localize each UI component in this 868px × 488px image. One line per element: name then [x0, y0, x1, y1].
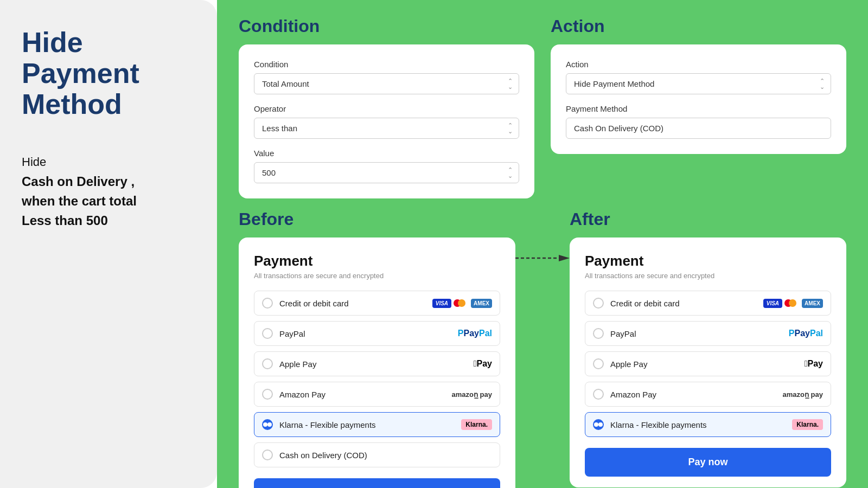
- before-option-credit[interactable]: Credit or debit card VISA AMEX: [254, 291, 500, 316]
- condition-title: Condition: [239, 16, 534, 36]
- after-option-applepay-name: Apple Pay: [610, 359, 805, 369]
- operator-label: Operator: [254, 104, 519, 113]
- after-radio-credit: [593, 298, 604, 309]
- action-section: Action Action Hide Payment Method Paymen…: [551, 16, 846, 198]
- after-option-amazonpay-name: Amazon Pay: [610, 390, 783, 399]
- after-option-klarna-name: Klarna - Flexible payments: [610, 420, 792, 429]
- after-klarna-icon: Klarna.: [792, 419, 823, 430]
- before-after-wrapper: Before Payment All transactions are secu…: [239, 209, 846, 488]
- after-klarna-logo: Klarna.: [792, 419, 823, 430]
- after-amazonpay-logo: amazon̲ pay: [783, 390, 823, 399]
- before-paypal-logo: PPayPal: [458, 329, 492, 338]
- after-mastercard-icon: [784, 298, 800, 308]
- right-panel: Condition Condition Total Amount Operato…: [217, 0, 868, 488]
- after-radio-amazonpay: [593, 389, 604, 400]
- after-option-paypal[interactable]: PayPal PPayPal: [585, 321, 831, 346]
- applepay-icon: Pay: [474, 359, 492, 369]
- action-select[interactable]: Hide Payment Method: [566, 73, 831, 94]
- after-radio-klarna: [593, 419, 604, 430]
- after-visa-icon: VISA: [763, 299, 782, 308]
- after-paypal-icon: PPayPal: [789, 329, 823, 338]
- before-radio-credit: [262, 298, 273, 309]
- after-option-amazonpay[interactable]: Amazon Pay amazon̲ pay: [585, 382, 831, 407]
- before-radio-klarna: [262, 419, 273, 430]
- before-radio-cod: [262, 450, 273, 460]
- before-option-applepay[interactable]: Apple Pay Pay: [254, 351, 500, 376]
- after-option-klarna[interactable]: Klarna - Flexible payments Klarna.: [585, 412, 831, 437]
- condition-select-wrapper[interactable]: Total Amount: [254, 73, 519, 94]
- before-payment-title: Payment: [254, 253, 500, 269]
- before-amazonpay-logo: amazon̲ pay: [452, 390, 492, 399]
- description: Hide Cash on Delivery , when the cart to…: [22, 153, 195, 230]
- before-option-cod[interactable]: Cash on Delivery (COD): [254, 442, 500, 467]
- action-select-wrapper[interactable]: Hide Payment Method: [566, 73, 831, 94]
- before-title: Before: [239, 209, 515, 229]
- after-option-credit[interactable]: Credit or debit card VISA AMEX: [585, 291, 831, 316]
- visa-icon: VISA: [432, 299, 451, 308]
- before-option-amazonpay[interactable]: Amazon Pay amazon̲ pay: [254, 382, 500, 407]
- after-applepay-icon: Pay: [805, 359, 823, 369]
- value-select[interactable]: 500: [254, 162, 519, 183]
- after-payment-subtitle: All transactions are secure and encrypte…: [585, 272, 831, 280]
- after-amazonpay-icon: amazon̲ pay: [783, 390, 823, 399]
- before-radio-applepay: [262, 358, 273, 369]
- before-applepay-logo: Pay: [474, 359, 492, 369]
- after-radio-paypal: [593, 328, 604, 339]
- condition-card: Condition Total Amount Operator Less tha…: [239, 44, 534, 198]
- after-amex-icon: AMEX: [802, 299, 823, 308]
- condition-select[interactable]: Total Amount: [254, 73, 519, 94]
- before-radio-paypal: [262, 328, 273, 339]
- after-paypal-logo: PPayPal: [789, 329, 823, 338]
- svg-marker-1: [559, 255, 570, 261]
- before-credit-logos: VISA AMEX: [432, 298, 492, 308]
- before-option-paypal[interactable]: PayPal PPayPal: [254, 321, 500, 346]
- value-select-wrapper[interactable]: 500: [254, 162, 519, 183]
- after-pay-now-button[interactable]: Pay now: [585, 448, 831, 477]
- value-field-group: Value 500: [254, 149, 519, 183]
- paypal-icon: PPayPal: [458, 329, 492, 338]
- description-bold: Cash on Delivery , when the cart total L…: [22, 172, 195, 230]
- before-option-paypal-name: PayPal: [279, 329, 458, 338]
- after-title: After: [570, 209, 846, 229]
- left-panel: Hide Payment Method Hide Cash on Deliver…: [0, 0, 217, 488]
- before-option-applepay-name: Apple Pay: [279, 359, 474, 369]
- operator-select-wrapper[interactable]: Less than: [254, 118, 519, 139]
- before-option-klarna[interactable]: Klarna - Flexible payments Klarna.: [254, 412, 500, 437]
- page-title: Hide Payment Method: [22, 27, 195, 120]
- after-option-paypal-name: PayPal: [610, 329, 789, 338]
- after-radio-applepay: [593, 358, 604, 369]
- operator-select[interactable]: Less than: [254, 118, 519, 139]
- before-option-klarna-name: Klarna - Flexible payments: [279, 420, 461, 429]
- amex-icon: AMEX: [471, 299, 492, 308]
- before-option-cod-name: Cash on Delivery (COD): [279, 451, 492, 460]
- before-payment-subtitle: All transactions are secure and encrypte…: [254, 272, 500, 280]
- operator-field-group: Operator Less than: [254, 104, 519, 139]
- before-option-credit-name: Credit or debit card: [279, 299, 432, 308]
- arrow-container: [515, 209, 570, 264]
- klarna-icon: Klarna.: [461, 419, 492, 430]
- before-klarna-logo: Klarna.: [461, 419, 492, 430]
- condition-section: Condition Condition Total Amount Operato…: [239, 16, 534, 198]
- after-applepay-logo: Pay: [805, 359, 823, 369]
- action-field-group: Action Hide Payment Method: [566, 60, 831, 94]
- payment-method-field-group: Payment Method Cash On Delivery (COD): [566, 104, 831, 139]
- before-pay-now-button[interactable]: Pay now: [254, 478, 500, 488]
- action-title: Action: [551, 16, 846, 36]
- after-option-credit-name: Credit or debit card: [610, 299, 763, 308]
- action-label: Action: [566, 60, 831, 69]
- action-card: Action Hide Payment Method Payment Metho…: [551, 44, 846, 154]
- payment-method-input[interactable]: Cash On Delivery (COD): [566, 118, 831, 139]
- mastercard-icon: [454, 298, 469, 308]
- value-label: Value: [254, 149, 519, 158]
- condition-label: Condition: [254, 60, 519, 69]
- after-payment-title: Payment: [585, 253, 831, 269]
- dashed-arrow-icon: [515, 253, 570, 264]
- after-section: After Payment All transactions are secur…: [570, 209, 846, 487]
- after-credit-logos: VISA AMEX: [763, 298, 823, 308]
- amazonpay-icon: amazon̲ pay: [452, 390, 492, 399]
- after-payment-card: Payment All transactions are secure and …: [570, 237, 846, 487]
- before-option-amazonpay-name: Amazon Pay: [279, 390, 452, 399]
- payment-method-label: Payment Method: [566, 104, 831, 113]
- condition-field-group: Condition Total Amount: [254, 60, 519, 94]
- after-option-applepay[interactable]: Apple Pay Pay: [585, 351, 831, 376]
